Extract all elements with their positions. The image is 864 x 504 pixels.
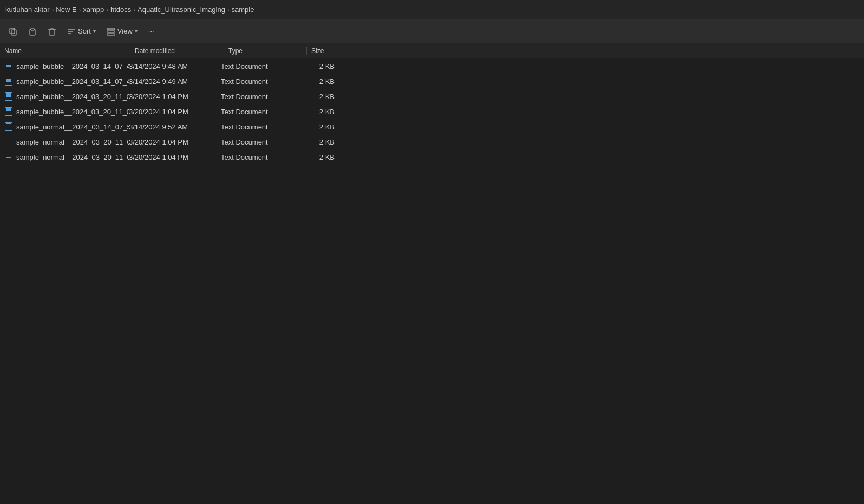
breadcrumb-item-3[interactable]: htdocs xyxy=(110,5,131,14)
svg-rect-4 xyxy=(49,30,55,35)
breadcrumb-label-0: kutluhan aktar xyxy=(5,5,50,14)
breadcrumb-sep-3: › xyxy=(133,6,135,13)
file-date-cell: 3/20/2024 1:04 PM xyxy=(129,153,221,161)
paste-icon xyxy=(28,27,37,36)
copy-icon xyxy=(9,27,17,36)
file-name: sample_bubble__2024_03_20_11_04_42 xyxy=(16,108,129,116)
svg-rect-6 xyxy=(51,28,53,30)
column-header-date[interactable]: Date modified xyxy=(130,47,222,55)
file-size-cell: 2 KB xyxy=(302,93,345,101)
breadcrumb-bar: kutluhan aktar › New E › xampp › htdocs … xyxy=(0,0,864,19)
file-icon xyxy=(4,92,13,101)
delete-icon xyxy=(48,27,56,36)
file-type-cell: Text Document xyxy=(221,153,302,161)
file-list: sample_bubble__2024_03_14_07_48_20 3/14/… xyxy=(0,58,864,165)
breadcrumb-item-0[interactable]: kutluhan aktar xyxy=(5,5,50,14)
column-name-label: Name xyxy=(4,47,22,55)
paste-button[interactable] xyxy=(24,23,41,40)
name-sort-arrow: ↑ xyxy=(24,48,27,54)
file-name: sample_normal__2024_03_20_11_04_51 xyxy=(16,153,129,161)
file-name-cell: sample_bubble__2024_03_20_11_04_27 xyxy=(4,92,129,101)
file-icon xyxy=(4,153,13,161)
file-icon xyxy=(4,62,13,70)
breadcrumb-sep-2: › xyxy=(106,6,108,13)
table-row[interactable]: sample_normal__2024_03_14_07_52_41 3/14/… xyxy=(0,119,864,134)
file-size-cell: 2 KB xyxy=(302,62,345,70)
file-size-cell: 2 KB xyxy=(302,153,345,161)
breadcrumb-label-4: Aquatic_Ultrasonic_Imaging xyxy=(138,5,225,14)
table-row[interactable]: sample_bubble__2024_03_20_11_04_42 3/20/… xyxy=(0,104,864,119)
breadcrumb-label-1: New E xyxy=(56,5,76,14)
table-row[interactable]: sample_bubble__2024_03_14_07_49_49 3/14/… xyxy=(0,74,864,89)
breadcrumb-sep-0: › xyxy=(52,6,54,13)
toolbar: Sort ▾ View ▾ ··· xyxy=(0,19,864,43)
view-chevron-icon: ▾ xyxy=(135,28,138,34)
table-row[interactable]: sample_normal__2024_03_20_11_04_51 3/20/… xyxy=(0,149,864,165)
file-name-cell: sample_bubble__2024_03_14_07_49_49 xyxy=(4,77,129,86)
file-date-cell: 3/20/2024 1:04 PM xyxy=(129,93,221,101)
sort-label: Sort xyxy=(78,27,91,35)
column-type-label: Type xyxy=(228,47,243,55)
svg-rect-1 xyxy=(10,28,15,34)
column-date-label: Date modified xyxy=(135,47,175,55)
file-name: sample_bubble__2024_03_20_11_04_27 xyxy=(16,93,129,101)
more-label: ··· xyxy=(148,27,154,35)
file-type-cell: Text Document xyxy=(221,138,302,146)
breadcrumb-label-3: htdocs xyxy=(110,5,131,14)
breadcrumb-item-4[interactable]: Aquatic_Ultrasonic_Imaging xyxy=(138,5,225,14)
svg-rect-10 xyxy=(107,28,115,30)
table-row[interactable]: sample_bubble__2024_03_20_11_04_27 3/20/… xyxy=(0,89,864,104)
file-icon xyxy=(4,77,13,86)
svg-rect-11 xyxy=(107,31,115,32)
column-size-label: Size xyxy=(311,47,324,55)
file-name-cell: sample_bubble__2024_03_14_07_48_20 xyxy=(4,62,129,70)
column-header-name[interactable]: Name ↑ xyxy=(4,47,129,55)
view-label: View xyxy=(117,27,133,35)
file-size-cell: 2 KB xyxy=(302,77,345,86)
file-name-cell: sample_normal__2024_03_20_11_04_51 xyxy=(4,153,129,161)
file-name: sample_bubble__2024_03_14_07_48_20 xyxy=(16,62,129,70)
file-size-cell: 2 KB xyxy=(302,138,345,146)
table-row[interactable]: sample_normal__2024_03_20_11_04_14 3/20/… xyxy=(0,134,864,149)
sort-button[interactable]: Sort ▾ xyxy=(63,23,100,40)
sort-icon xyxy=(67,27,76,36)
breadcrumb-label-5: sample xyxy=(232,5,254,14)
file-name: sample_normal__2024_03_20_11_04_14 xyxy=(16,138,129,146)
file-icon xyxy=(4,122,13,131)
file-type-cell: Text Document xyxy=(221,93,302,101)
file-icon xyxy=(4,138,13,146)
file-date-cell: 3/14/2024 9:48 AM xyxy=(129,62,221,70)
view-icon xyxy=(107,27,115,36)
file-date-cell: 3/14/2024 9:52 AM xyxy=(129,123,221,131)
breadcrumb-label-2: xampp xyxy=(83,5,104,14)
file-name-cell: sample_bubble__2024_03_20_11_04_42 xyxy=(4,107,129,116)
breadcrumb-item-1[interactable]: New E xyxy=(56,5,76,14)
file-date-cell: 3/20/2024 1:04 PM xyxy=(129,138,221,146)
file-type-cell: Text Document xyxy=(221,108,302,116)
svg-rect-3 xyxy=(31,28,34,30)
copy-button[interactable] xyxy=(4,23,22,40)
svg-rect-0 xyxy=(11,30,16,35)
breadcrumb-sep-1: › xyxy=(79,6,81,13)
breadcrumb-item-5[interactable]: sample xyxy=(232,5,254,14)
file-size-cell: 2 KB xyxy=(302,108,345,116)
file-type-cell: Text Document xyxy=(221,77,302,86)
view-button[interactable]: View ▾ xyxy=(102,23,142,40)
delete-button[interactable] xyxy=(43,23,61,40)
file-date-cell: 3/14/2024 9:49 AM xyxy=(129,77,221,86)
file-date-cell: 3/20/2024 1:04 PM xyxy=(129,108,221,116)
file-size-cell: 2 KB xyxy=(302,123,345,131)
file-type-cell: Text Document xyxy=(221,62,302,70)
file-icon xyxy=(4,107,13,116)
file-name-cell: sample_normal__2024_03_14_07_52_41 xyxy=(4,122,129,131)
sort-chevron-icon: ▾ xyxy=(93,28,96,34)
column-headers: Name ↑ Date modified Type Size xyxy=(0,43,864,58)
column-header-type[interactable]: Type xyxy=(224,47,305,55)
breadcrumb-item-2[interactable]: xampp xyxy=(83,5,104,14)
column-header-size[interactable]: Size xyxy=(307,47,350,55)
file-type-cell: Text Document xyxy=(221,123,302,131)
more-button[interactable]: ··· xyxy=(144,23,159,40)
table-row[interactable]: sample_bubble__2024_03_14_07_48_20 3/14/… xyxy=(0,58,864,74)
file-name-cell: sample_normal__2024_03_20_11_04_14 xyxy=(4,138,129,146)
svg-rect-12 xyxy=(107,34,115,35)
